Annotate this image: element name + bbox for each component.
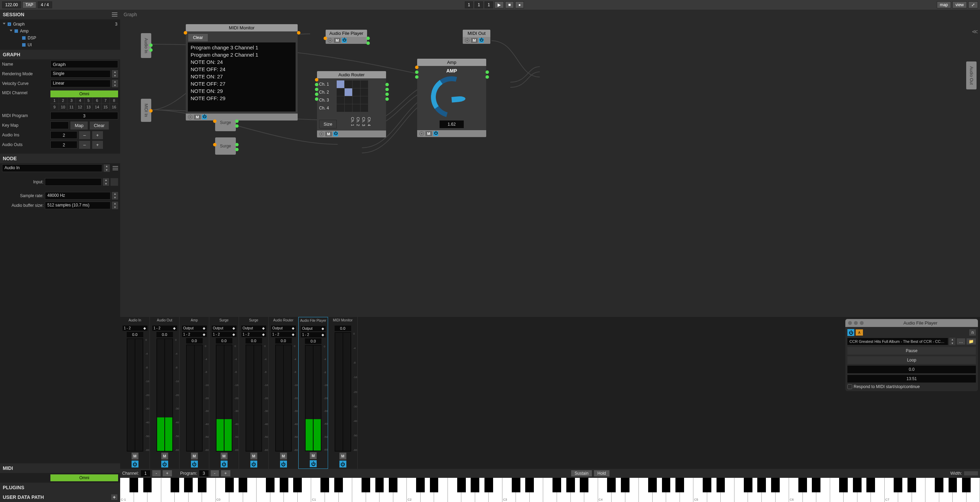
black-key[interactable] [757,478,766,492]
black-key[interactable] [716,478,725,492]
name-input[interactable] [51,60,118,68]
size-button[interactable]: Size [319,120,337,129]
map-button[interactable]: Map [70,121,88,130]
sustain-button[interactable]: Sustain [571,470,592,477]
channel-cell[interactable]: 7 [102,97,110,103]
channel-value[interactable]: 1 [141,470,150,477]
minus-button[interactable]: – [79,140,90,149]
channel-cell[interactable]: 10 [59,104,67,110]
min-icon[interactable] [854,321,858,325]
graph-canvas[interactable]: Graph << Audio In MIDI In MIDI Monit [120,10,980,317]
router-cell[interactable] [353,88,360,96]
minus-button[interactable]: – [79,131,90,140]
bus-select[interactable]: Output ◆ [301,326,326,331]
router-cell[interactable] [337,96,344,104]
file-select[interactable]: CCR Greatest Hits Full Album - The Best … [847,338,948,345]
black-key[interactable] [471,478,479,492]
vel-select[interactable]: Linear [51,80,110,87]
power-button[interactable] [342,38,347,43]
channel-cell[interactable]: 8 [110,97,118,103]
tap-button[interactable]: TAP [22,2,36,8]
power-button[interactable] [250,461,257,467]
gear-icon[interactable] [319,132,324,137]
stepper-icon[interactable]: ▲▼ [103,164,110,172]
plus-button[interactable]: + [163,470,172,477]
power-button[interactable] [310,460,317,467]
buf-select[interactable]: 512 samples (10.7 ms) [45,202,110,209]
black-key[interactable] [184,478,192,492]
pause-button[interactable]: Pause [847,347,976,354]
input-select[interactable] [45,178,102,186]
router-cell[interactable] [361,96,368,104]
collapse-button[interactable]: << [972,28,977,36]
power-button[interactable] [202,114,207,119]
black-key[interactable] [866,478,875,492]
black-key[interactable] [894,478,902,492]
bus-select[interactable]: Output ◆ [241,326,266,331]
power-button[interactable] [847,329,854,336]
black-key[interactable] [389,478,398,492]
out-select[interactable]: 1 - 2 ◆ [271,332,296,337]
mute-button[interactable]: M [471,38,477,43]
black-key[interactable] [280,478,288,492]
midip-value[interactable]: 3 [51,112,118,119]
stepper-icon[interactable]: ▲▼ [112,202,118,209]
black-key[interactable] [293,478,302,492]
omni-button[interactable]: Omni [51,474,118,481]
gain-value[interactable]: 0.0 [245,338,262,343]
black-key[interactable] [416,478,425,492]
black-key[interactable] [907,478,916,492]
mute-button[interactable]: M [132,453,138,459]
black-key[interactable] [430,478,439,492]
mute-button[interactable]: M [334,38,340,43]
out-select[interactable]: 1 - 2 ◆ [241,332,266,337]
stepper-icon[interactable]: ▲▼ [112,80,118,87]
black-key[interactable] [962,478,970,492]
black-key[interactable] [812,478,821,492]
gear-icon[interactable] [419,131,424,136]
node-select[interactable]: Audio In [2,164,102,172]
minus-button[interactable]: - [152,470,161,477]
mute-button[interactable]: M [191,453,198,459]
channel-cell[interactable]: 11 [67,104,76,110]
mute-button[interactable]: M [310,452,317,459]
amp-value[interactable]: 1.62 [439,121,464,128]
hold-button[interactable]: Hold [594,470,609,477]
channel-cell[interactable]: 13 [84,104,93,110]
router-cell[interactable] [345,96,352,104]
midi-out-node-hdr[interactable]: MIDI Out M [463,30,490,44]
power-button[interactable] [479,38,484,43]
clear-button[interactable]: Clear [188,33,208,42]
channel-cell[interactable]: 2 [59,97,67,103]
bus-select[interactable]: Output ◆ [212,326,237,331]
mixer-strip[interactable]: Audio File PlayerOutput ◆1 - 2 ◆0.00-4-8… [298,317,328,469]
expand-button[interactable]: ∧ [856,329,863,335]
mixer-strip[interactable]: Audio In1 - 2 ◆0.00-4-8-16-20-30-40-50-6… [120,317,150,469]
channel-cell[interactable]: 9 [51,104,59,110]
black-key[interactable] [607,478,616,492]
power-button[interactable] [161,461,168,467]
transport-bar[interactable]: 1 [465,2,473,8]
keymap-input[interactable] [51,122,69,129]
power-button[interactable] [191,461,198,467]
out-select[interactable]: 1 - 2 ◆ [182,332,207,337]
render-select[interactable]: Single [51,70,110,78]
close-icon[interactable] [848,321,852,325]
router-cell[interactable] [361,81,368,88]
router-cell[interactable] [345,81,352,88]
clear-button[interactable]: Clear [89,121,109,130]
audio-router-node[interactable]: Audio Router Ch. 1Ch. 2Ch. 3Ch. 4SizeCh.… [317,71,386,137]
tempo-field[interactable]: 122.00 [2,2,21,8]
audio-out-node[interactable]: Audio Out [966,62,977,89]
stepper-icon[interactable]: ▲▼ [112,70,118,78]
gain-value[interactable]: 0.0 [186,338,203,343]
gear-icon[interactable] [328,38,332,43]
stepper-icon[interactable]: ▲▼ [103,178,109,186]
add-icon[interactable]: + [111,494,118,500]
mute-button[interactable]: M [339,453,346,459]
black-key[interactable] [621,478,630,492]
router-cell[interactable] [361,104,368,112]
width-slider[interactable] [964,471,978,475]
userpath-header[interactable]: USER DATA PATH+ [0,492,120,502]
black-key[interactable] [375,478,384,492]
